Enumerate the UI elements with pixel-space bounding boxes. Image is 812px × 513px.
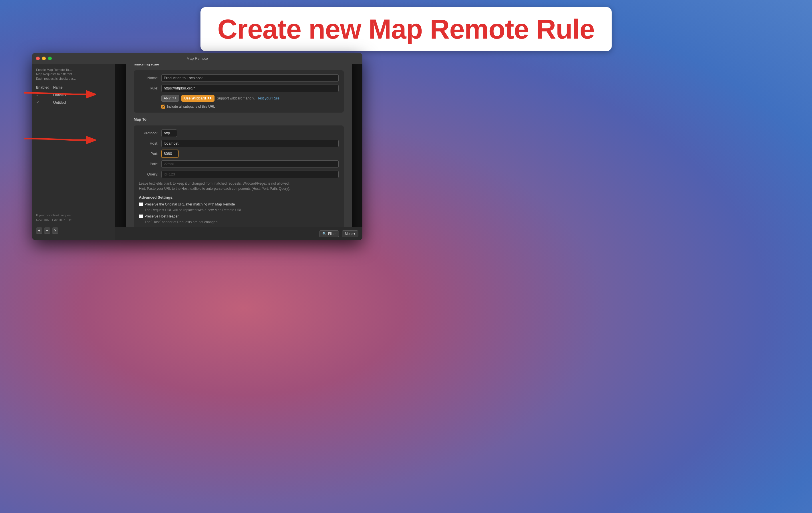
chevron-down-icon: ▾ bbox=[353, 232, 355, 236]
titlebar: Map Remote bbox=[32, 53, 362, 64]
name-input[interactable] bbox=[161, 74, 339, 82]
traffic-light-yellow[interactable] bbox=[42, 57, 46, 60]
use-wildcard-button[interactable]: Use Wildcard ⬆⬇ bbox=[181, 95, 214, 102]
filter-button[interactable]: 🔍 Filter bbox=[319, 230, 339, 237]
wildcard-help-text: Support wildcard * and ?. bbox=[217, 96, 255, 100]
preserve-host-desc: The `Host` header of Requests are not ch… bbox=[145, 220, 339, 224]
port-label: Port: bbox=[139, 151, 158, 156]
modal: Matching Rule Name: Rule: bbox=[126, 64, 352, 240]
bottom-toolbar: 🔍 Filter More ▾ bbox=[115, 227, 362, 240]
title-text: Create new Map Remote Rule bbox=[218, 13, 594, 45]
row-name-1: Untitled bbox=[53, 93, 111, 97]
sidebar-buttons: + − ? bbox=[32, 225, 115, 236]
query-label: Query: bbox=[139, 172, 158, 176]
traffic-light-red[interactable] bbox=[36, 57, 40, 60]
host-input[interactable] bbox=[161, 140, 339, 147]
add-rule-button[interactable]: + bbox=[36, 228, 42, 234]
protocol-input[interactable] bbox=[161, 129, 177, 137]
traffic-light-green[interactable] bbox=[48, 57, 52, 60]
method-dropdown[interactable]: ANY ⬆⬇ bbox=[161, 95, 179, 102]
test-rule-link[interactable]: Test your Rule bbox=[257, 96, 280, 100]
method-dropdown-arrow: ⬆⬇ bbox=[172, 97, 176, 100]
rule-input[interactable] bbox=[161, 85, 339, 92]
sidebar-enable-text: Enable Map Remote To… Map Requests to di… bbox=[32, 68, 115, 84]
sidebar: Enable Map Remote To… Map Requests to di… bbox=[32, 64, 115, 240]
query-row: Query: bbox=[139, 171, 339, 178]
check-icon-1: ✓ bbox=[36, 93, 53, 97]
preserve-host-row: Preserve Host Header bbox=[139, 214, 339, 218]
sidebar-header: Enabled Name bbox=[32, 84, 115, 91]
main-area: Matching Rule Name: Rule: bbox=[115, 64, 362, 240]
sidebar-footer: If your `localhost` request… New: ⌘N Edi… bbox=[32, 210, 115, 225]
mac-window: Map Remote Enable Map Remote To… Map Req… bbox=[32, 53, 362, 240]
protocol-row: Protocol: bbox=[139, 129, 339, 137]
remove-rule-button[interactable]: − bbox=[44, 228, 50, 234]
advanced-title: Advanced Settings: bbox=[139, 195, 339, 200]
preserve-url-label: Preserve the Original URL after matching… bbox=[145, 202, 235, 206]
preserve-host-checkbox[interactable] bbox=[139, 214, 143, 218]
header-enabled: Enabled bbox=[36, 86, 53, 89]
window-body: Enable Map Remote To… Map Requests to di… bbox=[32, 64, 362, 240]
port-input[interactable] bbox=[161, 150, 178, 157]
query-input[interactable] bbox=[161, 171, 339, 178]
hint2: Hint: Paste your URL to the Host textfie… bbox=[139, 186, 339, 191]
path-label: Path: bbox=[139, 162, 158, 166]
hint-text: Leave textfields blank to keep it unchan… bbox=[139, 181, 339, 191]
header-name: Name bbox=[53, 86, 111, 89]
wildcard-arrow: ⬆⬇ bbox=[207, 97, 212, 100]
more-button[interactable]: More ▾ bbox=[342, 230, 358, 237]
path-row: Path: bbox=[139, 160, 339, 168]
preserve-url-checkbox[interactable] bbox=[139, 202, 143, 206]
preserve-url-row: Preserve the Original URL after matching… bbox=[139, 202, 339, 206]
search-icon: 🔍 bbox=[322, 232, 327, 236]
protocol-label: Protocol: bbox=[139, 131, 158, 135]
modal-overlay: Matching Rule Name: Rule: bbox=[115, 64, 362, 240]
sidebar-row-1[interactable]: ✓ Untitled bbox=[32, 91, 115, 99]
include-subpaths-checkbox[interactable] bbox=[161, 104, 165, 109]
hint1: Leave textfields blank to keep it unchan… bbox=[139, 181, 339, 186]
matching-rule-title: Matching Rule bbox=[134, 64, 344, 66]
rule-row: Rule: bbox=[139, 85, 339, 92]
title-banner: Create new Map Remote Rule bbox=[200, 7, 611, 51]
name-row: Name: bbox=[139, 74, 339, 82]
row-name-2: Untitled bbox=[53, 100, 111, 104]
include-subpaths-row: Include all subpaths of this URL bbox=[161, 104, 339, 109]
port-row: Port: bbox=[139, 150, 339, 157]
map-to-section: Protocol: Host: Port: Path: bbox=[134, 125, 344, 230]
host-row: Host: bbox=[139, 140, 339, 147]
rule-options-row: ANY ⬆⬇ Use Wildcard ⬆⬇ Support wildcard … bbox=[161, 95, 280, 102]
map-to-title: Map To bbox=[134, 117, 344, 121]
advanced-settings: Advanced Settings: Preserve the Original… bbox=[139, 195, 339, 224]
preserve-url-desc: The Request URL will be replaced with a … bbox=[145, 208, 339, 212]
preserve-host-label: Preserve Host Header bbox=[145, 214, 179, 218]
host-label: Host: bbox=[139, 141, 158, 146]
sidebar-row-2[interactable]: ✓ Untitled bbox=[32, 99, 115, 106]
help-button[interactable]: ? bbox=[52, 228, 58, 234]
include-subpaths-label: Include all subpaths of this URL bbox=[167, 104, 215, 109]
path-input[interactable] bbox=[161, 160, 339, 168]
matching-rule-section: Name: Rule: ANY ⬆⬇ bbox=[134, 70, 344, 113]
check-icon-2: ✓ bbox=[36, 100, 53, 104]
wildcard-row: ANY ⬆⬇ Use Wildcard ⬆⬇ Support wildcard … bbox=[161, 95, 339, 102]
rule-label: Rule: bbox=[139, 86, 158, 90]
name-label: Name: bbox=[139, 76, 158, 80]
window-title: Map Remote bbox=[186, 56, 208, 61]
